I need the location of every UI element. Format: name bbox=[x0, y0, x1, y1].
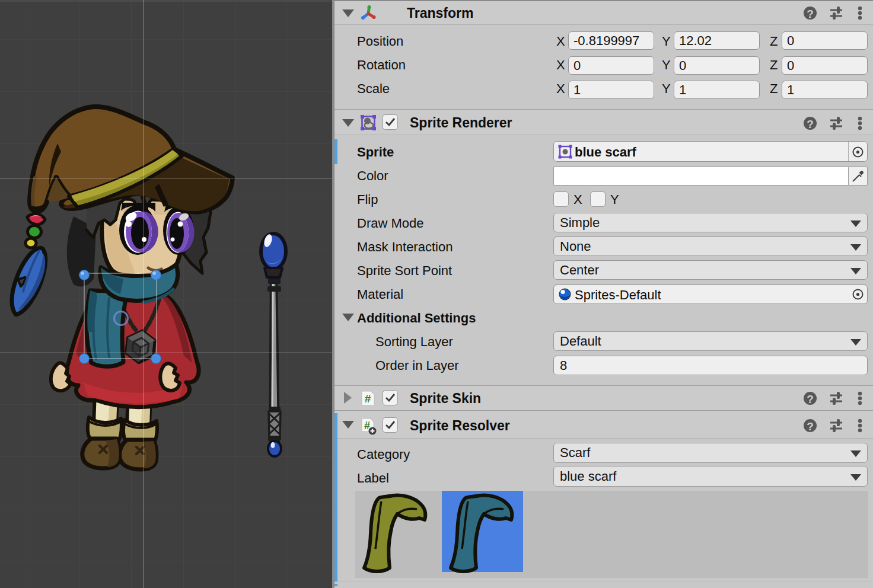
svg-text:#: # bbox=[365, 392, 371, 405]
svg-text:?: ? bbox=[807, 8, 814, 20]
